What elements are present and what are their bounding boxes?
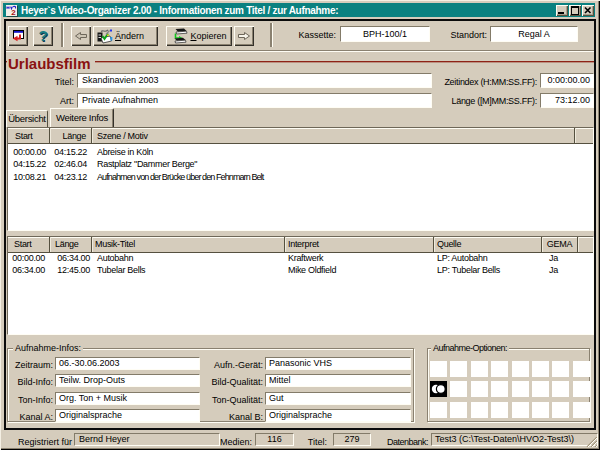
svg-text:2: 2	[11, 8, 16, 16]
